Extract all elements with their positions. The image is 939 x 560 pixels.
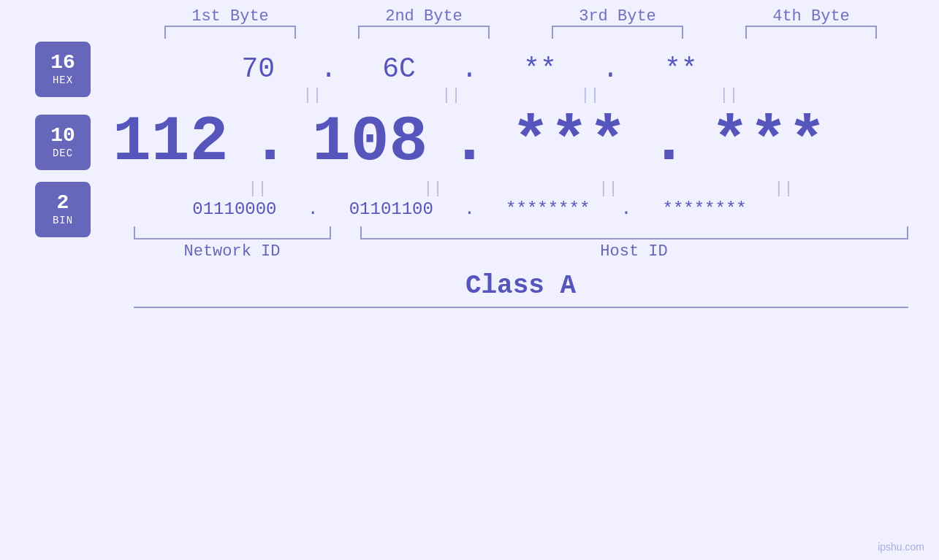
host-id-label: Host ID bbox=[360, 242, 908, 261]
eq-hex-1: || bbox=[251, 86, 375, 104]
hex-badge-number: 16 bbox=[50, 52, 75, 74]
hex-dot3: . bbox=[602, 53, 619, 85]
hex-row: 16 HEX 70 . 6C . ** . ** bbox=[0, 53, 939, 85]
bin-dot3: . bbox=[621, 199, 631, 219]
bin-badge-number: 2 bbox=[57, 192, 69, 215]
eq-row-hex: || || || || bbox=[134, 86, 908, 104]
hex-dot2: . bbox=[461, 53, 478, 85]
bin-byte4: ******** bbox=[631, 199, 778, 219]
class-label: Class A bbox=[465, 271, 576, 301]
hex-dot1: . bbox=[320, 53, 337, 85]
class-row: Class A bbox=[134, 271, 908, 308]
network-id-label: Network ID bbox=[134, 242, 331, 261]
dec-byte2: 108 bbox=[289, 106, 450, 178]
id-labels: Network ID Host ID bbox=[134, 242, 908, 261]
bin-byte2: 01101100 bbox=[318, 199, 464, 219]
dec-badge-number: 10 bbox=[50, 125, 75, 147]
hex-badge-label: HEX bbox=[53, 74, 73, 86]
hex-byte3: ** bbox=[478, 53, 602, 85]
byte-headers: 1st Byte 2nd Byte 3rd Byte 4th Byte bbox=[134, 7, 908, 26]
watermark: ipshu.com bbox=[878, 541, 924, 553]
hex-values: 70 . 6C . ** . ** bbox=[83, 53, 857, 85]
eq-hex-2: || bbox=[389, 86, 514, 104]
bin-dot2: . bbox=[464, 199, 474, 219]
hex-byte4: ** bbox=[619, 53, 743, 85]
eq-hex-3: || bbox=[528, 86, 653, 104]
network-bracket bbox=[134, 226, 331, 239]
eq-hex-4: || bbox=[667, 86, 791, 104]
bin-row: 2 BIN 01110000 . 01101100 . ******** . *… bbox=[0, 199, 939, 219]
byte1-header: 1st Byte bbox=[157, 7, 303, 26]
byte3-header: 3rd Byte bbox=[544, 7, 691, 26]
dec-byte4: *** bbox=[688, 106, 849, 178]
hex-byte2: 6C bbox=[337, 53, 461, 85]
bracket-byte2 bbox=[358, 26, 490, 39]
bin-values: 01110000 . 01101100 . ******** . *******… bbox=[83, 199, 857, 219]
top-brackets bbox=[134, 26, 908, 39]
byte2-header: 2nd Byte bbox=[351, 7, 497, 26]
dec-values: 112 . 108 . *** . *** bbox=[83, 106, 857, 178]
bracket-byte1 bbox=[164, 26, 296, 39]
dec-badge: 10 DEC bbox=[35, 115, 91, 170]
host-bracket bbox=[360, 226, 908, 239]
bin-badge: 2 BIN bbox=[35, 182, 91, 237]
main-container: 1st Byte 2nd Byte 3rd Byte 4th Byte 16 H… bbox=[0, 0, 939, 560]
bracket-gap bbox=[331, 226, 360, 239]
dec-byte3: *** bbox=[489, 106, 650, 178]
bin-dot1: . bbox=[308, 199, 318, 219]
bin-byte1: 01110000 bbox=[161, 199, 308, 219]
eq-dec-2: || bbox=[353, 180, 514, 198]
dec-dot1: . bbox=[251, 106, 289, 178]
dec-dot2: . bbox=[450, 106, 489, 178]
dec-badge-label: DEC bbox=[53, 147, 73, 159]
bracket-byte4 bbox=[745, 26, 877, 39]
eq-dec-1: || bbox=[178, 180, 338, 198]
eq-row-dec: || || || || bbox=[134, 180, 908, 198]
eq-dec-3: || bbox=[528, 180, 689, 198]
hex-byte1: 70 bbox=[196, 53, 320, 85]
dec-byte1: 112 bbox=[90, 106, 251, 178]
hex-badge: 16 HEX bbox=[35, 42, 91, 97]
dec-dot3: . bbox=[650, 106, 688, 178]
dec-row: 10 DEC 112 . 108 . *** . *** bbox=[0, 106, 939, 178]
bin-badge-label: BIN bbox=[53, 215, 73, 226]
bottom-brackets bbox=[134, 226, 908, 239]
bracket-byte3 bbox=[552, 26, 683, 39]
bin-byte3: ******** bbox=[475, 199, 621, 219]
eq-dec-4: || bbox=[704, 180, 864, 198]
byte4-header: 4th Byte bbox=[738, 7, 884, 26]
